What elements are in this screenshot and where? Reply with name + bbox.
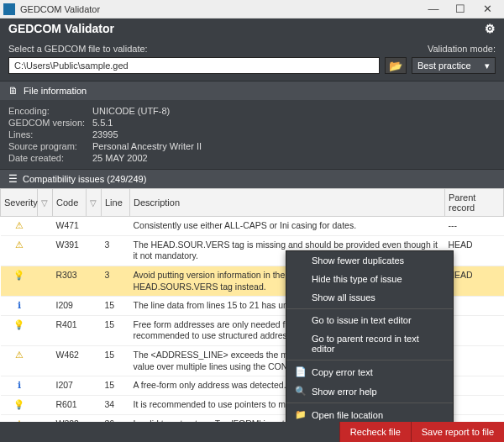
row-code: W471 <box>53 217 87 236</box>
row-code: R601 <box>53 396 87 415</box>
menu-item-label: Show fewer duplicates <box>312 255 404 266</box>
row-line: 15 <box>102 376 130 396</box>
menu-item-label: Copy error text <box>312 367 373 377</box>
row-code: W391 <box>53 235 87 266</box>
row-code: I207 <box>53 376 87 396</box>
folder-icon: 📂 <box>389 60 402 72</box>
row-code: W322 <box>53 414 87 422</box>
col-code-filter[interactable]: ▽ <box>87 189 102 217</box>
row-parent: HEAD <box>445 266 504 296</box>
row-parent <box>445 346 504 376</box>
row-parent <box>445 376 504 396</box>
menu-item-label: Go to issue in text editor <box>312 315 412 325</box>
window-maximize-button[interactable]: ☐ <box>447 3 474 15</box>
issues-title: Compatibility issues (249/249) <box>23 174 146 184</box>
context-menu-item[interactable]: 📄Copy error text <box>286 362 453 381</box>
source-label: Source program: <box>8 140 92 152</box>
row-line: 3 <box>102 266 130 296</box>
col-severity[interactable]: Severity <box>1 189 38 217</box>
context-menu-separator <box>286 403 453 403</box>
col-code[interactable]: Code <box>53 189 87 217</box>
col-parent[interactable]: Parent record <box>445 189 504 217</box>
menu-item-label: Show error help <box>312 387 377 397</box>
row-line: 15 <box>102 346 130 376</box>
row-parent <box>445 396 504 415</box>
window-minimize-button[interactable]: — <box>420 3 447 15</box>
col-description[interactable]: Description <box>130 189 445 217</box>
warning-icon: ⚠ <box>15 220 24 230</box>
filter-icon: ▽ <box>90 198 97 208</box>
row-line: 36 <box>102 414 130 422</box>
menu-item-icon: 🔍 <box>295 386 305 397</box>
context-menu-item[interactable]: Go to issue in text editor <box>286 311 453 329</box>
warning-icon: ⚠ <box>15 350 24 360</box>
menu-item-icon: 📁 <box>295 409 305 420</box>
chevron-down-icon: ▾ <box>485 61 490 71</box>
row-line: 15 <box>102 315 130 345</box>
row-parent <box>445 297 504 316</box>
issues-table-container[interactable]: Severity ▽ Code ▽ Line Description Paren… <box>0 188 504 422</box>
row-description: Consistently use either ALL-CAPS or Ini … <box>130 217 445 236</box>
menu-item-icon: 📄 <box>295 366 305 377</box>
window-close-button[interactable]: ✕ <box>474 3 501 15</box>
row-parent: --- <box>445 217 504 236</box>
col-line[interactable]: Line <box>102 189 130 217</box>
version-label: GEDCOM version: <box>8 117 92 129</box>
browse-folder-button[interactable]: 📂 <box>385 57 407 74</box>
context-menu-separator <box>286 308 453 309</box>
warning-icon: ⚠ <box>15 239 24 250</box>
warning-icon: ⚠ <box>15 418 24 422</box>
file-info-panel: Encoding:UNICODE (UTF-8) GEDCOM version:… <box>0 100 504 169</box>
context-menu-item[interactable]: Show all issues <box>286 288 453 307</box>
row-parent: HEAD <box>445 235 504 266</box>
app-header: GEDCOM Validator ⚙ <box>0 18 504 39</box>
row-code: R303 <box>53 266 87 296</box>
recheck-file-button[interactable]: Recheck file <box>339 422 411 442</box>
menu-item-label: Go to parent record in text editor <box>312 334 444 354</box>
info-icon: ℹ <box>18 380 21 390</box>
file-info-title: File information <box>24 86 87 96</box>
row-line <box>102 217 130 236</box>
footer-bar: Recheck file Save report to file <box>0 422 504 442</box>
issues-section-header[interactable]: ☰ Compatibility issues (249/249) <box>0 169 504 188</box>
context-menu-item[interactable]: 📁Open file location <box>286 405 453 422</box>
row-code: W462 <box>53 346 87 376</box>
context-menu-item[interactable]: Show fewer duplicates <box>286 251 453 270</box>
window-title: GEDCOM Validator <box>20 4 100 14</box>
settings-gear-icon[interactable]: ⚙ <box>485 22 496 35</box>
file-path-input[interactable]: C:\Users\Public\sample.ged <box>8 57 380 74</box>
app-icon <box>3 3 15 15</box>
toolbar: Select a GEDCOM file to validate: Valida… <box>0 39 504 81</box>
row-parent <box>445 315 504 345</box>
bulb-icon: 💡 <box>13 399 24 409</box>
bulb-icon: 💡 <box>13 270 24 280</box>
row-code: I209 <box>53 297 87 316</box>
validation-mode-label: Validation mode: <box>412 44 496 54</box>
context-menu-item[interactable]: Go to parent record in text editor <box>286 329 453 358</box>
table-row[interactable]: ⚠W471Consistently use either ALL-CAPS or… <box>1 217 504 236</box>
col-severity-filter[interactable]: ▽ <box>38 189 53 217</box>
select-file-label: Select a GEDCOM file to validate: <box>8 44 412 54</box>
file-info-section-header[interactable]: 🗎 File information <box>0 81 504 100</box>
menu-item-label: Show all issues <box>312 292 375 303</box>
document-icon: 🗎 <box>8 85 18 97</box>
date-label: Date created: <box>8 152 92 164</box>
menu-item-label: Hide this type of issue <box>312 274 402 284</box>
context-menu-item[interactable]: 🔍Show error help <box>286 381 453 401</box>
app-title: GEDCOM Validator <box>8 22 114 35</box>
bulb-icon: 💡 <box>13 319 24 329</box>
date-value: 25 MAY 2002 <box>92 152 202 164</box>
save-report-button[interactable]: Save report to file <box>411 422 504 442</box>
row-context-menu[interactable]: Show fewer duplicatesHide this type of i… <box>286 250 454 422</box>
version-value: 5.5.1 <box>92 117 202 129</box>
encoding-value: UNICODE (UTF-8) <box>92 105 202 117</box>
validation-mode-select[interactable]: Best practice ▾ <box>412 57 496 74</box>
encoding-label: Encoding: <box>8 105 92 117</box>
row-line: 3 <box>102 235 130 266</box>
row-line: 15 <box>102 297 130 316</box>
context-menu-item[interactable]: Hide this type of issue <box>286 270 453 288</box>
validation-mode-value: Best practice <box>417 61 471 71</box>
window-titlebar: GEDCOM Validator — ☐ ✕ <box>0 0 504 18</box>
info-icon: ℹ <box>18 300 21 310</box>
list-icon: ☰ <box>8 173 18 185</box>
